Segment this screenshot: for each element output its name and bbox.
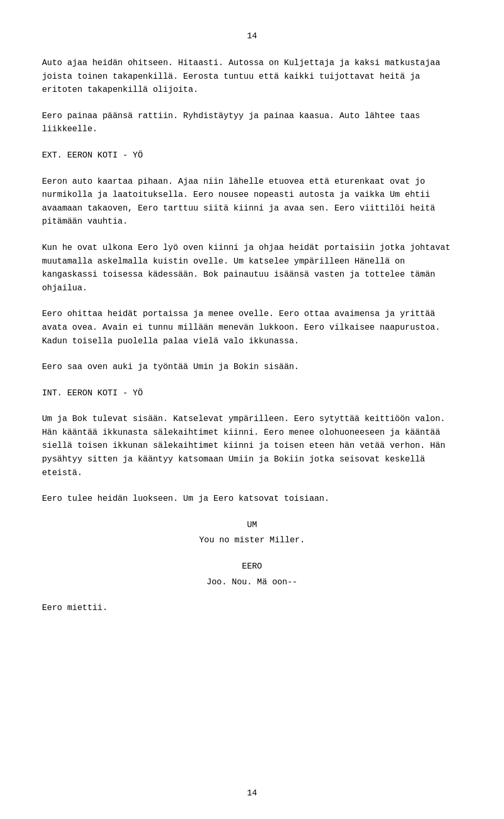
paragraph-8: Eero tulee heidän luokseen. Um ja Eero k…: [42, 492, 462, 506]
paragraph-1-text: Auto ajaa heidän ohitseen. Hitaasti. Aut…: [42, 58, 440, 94]
paragraph-3-text: Eeron auto kaartaa pihaan. Ajaa niin läh…: [42, 177, 435, 227]
scene-heading-2-text: INT. EERON KOTI - YÖ: [42, 388, 143, 398]
paragraph-7-text: Um ja Bok tulevat sisään. Katselevat ymp…: [42, 414, 445, 477]
paragraph-4: Kun he ovat ulkona Eero lyö oven kiinni …: [42, 242, 462, 295]
dialogue-block-eero: EERO Joo. Nou. Mä oon--: [42, 560, 462, 589]
character-name-eero: EERO: [42, 560, 462, 574]
paragraph-4-text: Kun he ovat ulkona Eero lyö oven kiinni …: [42, 243, 450, 293]
dialogue-line-um: You no mister Miller.: [42, 534, 462, 548]
paragraph-7: Um ja Bok tulevat sisään. Katselevat ymp…: [42, 413, 462, 480]
dialogue-line-eero: Joo. Nou. Mä oon--: [42, 576, 462, 590]
paragraph-5: Eero ohittaa heidät portaissa ja menee o…: [42, 308, 462, 348]
scene-heading-2: INT. EERON KOTI - YÖ: [42, 387, 462, 401]
scene-heading-1: EXT. EERON KOTI - YÖ: [42, 149, 462, 163]
page: 14 Auto ajaa heidän ohitseen. Hitaasti. …: [0, 0, 504, 819]
paragraph-8-text: Eero tulee heidän luokseen. Um ja Eero k…: [42, 494, 329, 503]
paragraph-2-text: Eero painaa päänsä rattiin. Ryhdistäytyy…: [42, 111, 420, 134]
paragraph-9-text: Eero miettii.: [42, 603, 108, 613]
paragraph-1: Auto ajaa heidän ohitseen. Hitaasti. Aut…: [42, 57, 462, 97]
scene-heading-1-text: EXT. EERON KOTI - YÖ: [42, 151, 143, 160]
paragraph-9: Eero miettii.: [42, 602, 462, 615]
paragraph-6-text: Eero saa oven auki ja työntää Umin ja Bo…: [42, 362, 299, 372]
character-name-um: UM: [42, 519, 462, 532]
paragraph-3: Eeron auto kaartaa pihaan. Ajaa niin läh…: [42, 175, 462, 229]
paragraph-2: Eero painaa päänsä rattiin. Ryhdistäytyy…: [42, 110, 462, 136]
paragraph-5-text: Eero ohittaa heidät portaissa ja menee o…: [42, 309, 440, 345]
paragraph-6: Eero saa oven auki ja työntää Umin ja Bo…: [42, 361, 462, 374]
main-content: Auto ajaa heidän ohitseen. Hitaasti. Aut…: [42, 57, 462, 615]
page-number-bottom: 14: [0, 789, 504, 798]
dialogue-block-um: UM You no mister Miller.: [42, 519, 462, 548]
page-number-top: 14: [42, 32, 462, 41]
